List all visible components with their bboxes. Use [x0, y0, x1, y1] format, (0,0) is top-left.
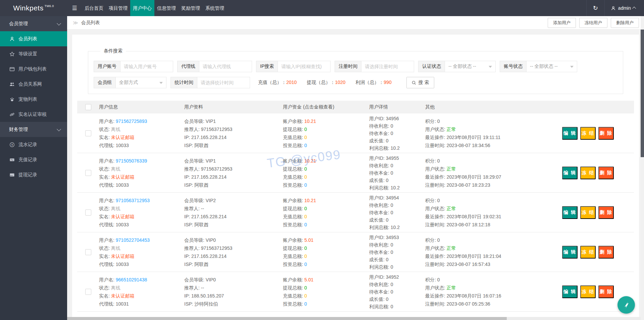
edit-button[interactable]: 编 辑: [562, 167, 578, 179]
sidebar-item-宠物列表[interactable]: 宠物列表: [0, 92, 67, 107]
nav-item-6[interactable]: 系统管理: [203, 0, 227, 16]
edit-button[interactable]: 编 辑: [562, 246, 578, 259]
realname-value: 未认证邮箱: [111, 135, 135, 140]
horizontal-scrollbar[interactable]: [67, 317, 641, 320]
sidebar-item-实名认证审核[interactable]: 实名认证审核: [0, 107, 67, 122]
cell-funds: 账户余额: 10.21提现总额: 0充值总额: 0投资总额: 0: [283, 113, 369, 153]
withdraw-value[interactable]: 0: [304, 206, 307, 211]
nav-item-3[interactable]: 用户中心: [130, 0, 154, 16]
search-input-用户账号[interactable]: [120, 61, 173, 72]
sidebar-item-提现记录[interactable]: 提现记录: [0, 167, 67, 182]
sidebar-item-会员列表[interactable]: 会员列表: [0, 31, 67, 46]
uid-value: 34952: [386, 274, 399, 280]
username-value[interactable]: 966510291438: [116, 277, 147, 282]
page-action-3-button[interactable]: 删除用户: [611, 18, 639, 28]
invest-value[interactable]: 0: [304, 182, 307, 188]
sidebar-item-流水记录[interactable]: ¥流水记录: [0, 137, 67, 152]
freeze-button[interactable]: 冻 结: [580, 285, 596, 298]
freeze-button[interactable]: 冻 结: [580, 127, 596, 140]
delete-button[interactable]: 删 除: [598, 285, 614, 298]
recharge-value[interactable]: 0: [304, 214, 307, 219]
field-label: IP:: [184, 135, 191, 140]
username-value[interactable]: 971562725893: [116, 119, 147, 124]
search-field-统计时间: 统计时间: [170, 77, 250, 88]
search-select-会员组[interactable]: 全部方式: [115, 77, 166, 88]
invest-value[interactable]: 0: [304, 301, 307, 307]
search-input-注册时间[interactable]: [361, 61, 414, 72]
admin-menu[interactable]: admin: [604, 0, 644, 16]
vertical-scrollbar[interactable]: [641, 16, 644, 320]
delete-button[interactable]: 删 除: [598, 167, 614, 179]
row-checkbox[interactable]: [85, 210, 91, 216]
nav-item-5[interactable]: 奖励管理: [179, 0, 203, 16]
username-value[interactable]: 9710522704453: [116, 237, 150, 243]
stat-label: 充值（总）：: [258, 80, 286, 85]
invest-value[interactable]: 0: [304, 262, 307, 267]
field-label: 注册时间:: [425, 222, 447, 227]
search-input-IP搜索[interactable]: [278, 61, 331, 72]
freeze-button[interactable]: 冻 结: [580, 246, 596, 259]
recharge-value[interactable]: 0: [304, 135, 307, 140]
search-select-认证状态[interactable]: -- 全部状态 --: [445, 61, 496, 72]
withdraw-value[interactable]: 0: [304, 245, 307, 251]
row-line-profit: 利润总额: 10.2: [369, 184, 425, 191]
freeze-button[interactable]: 冻 结: [580, 206, 596, 219]
row-checkbox[interactable]: [85, 289, 91, 295]
balance-value[interactable]: 10.21: [304, 119, 316, 124]
freeze-button[interactable]: 冻 结: [580, 167, 596, 179]
field-label: 账户余额:: [283, 198, 304, 203]
edit-button[interactable]: 编 辑: [562, 127, 578, 140]
edit-button[interactable]: 编 辑: [562, 206, 578, 219]
nav-item-2[interactable]: 项目管理: [106, 0, 130, 16]
nav-item-1[interactable]: 后台首页: [82, 0, 106, 16]
select-all-checkbox[interactable]: [85, 104, 91, 110]
balance-value[interactable]: 5.01: [304, 277, 313, 282]
invest-value[interactable]: 0: [304, 143, 307, 148]
row-checkbox[interactable]: [85, 249, 91, 255]
recharge-value[interactable]: 0: [304, 254, 307, 259]
search-button[interactable]: 搜 索: [406, 77, 434, 88]
balance-value[interactable]: 5.01: [304, 237, 313, 243]
username-value[interactable]: 971505076339: [116, 158, 147, 164]
balance-value[interactable]: 10.21: [304, 158, 316, 164]
search-select-账号状态[interactable]: -- 全部状态 --: [526, 61, 577, 72]
delete-button[interactable]: 删 除: [598, 246, 614, 259]
menu-toggle-icon[interactable]: ☰: [67, 0, 82, 16]
withdraw-value[interactable]: 0: [304, 285, 307, 290]
vertical-scrollbar-thumb[interactable]: [641, 30, 644, 157]
nav-item-4[interactable]: 信息管理: [154, 0, 179, 16]
withdraw-value[interactable]: 0: [304, 166, 307, 172]
row-line-invest: 投资总额: 0: [283, 181, 369, 189]
search-input-代理线[interactable]: [199, 61, 252, 72]
sidebar-item-等级设置[interactable]: 等级设置: [0, 46, 67, 61]
field-label: 用户ID:: [369, 195, 386, 200]
withdraw-value[interactable]: 0: [304, 127, 307, 132]
sidebar-item-label: 提现记录: [18, 172, 37, 178]
username-value[interactable]: 9710563712953: [116, 198, 150, 203]
row-line-username: 用户名: 971505076339: [99, 157, 184, 165]
stat-label: 利润（总）：: [355, 80, 384, 85]
recharge-value[interactable]: 0: [304, 174, 307, 180]
row-checkbox[interactable]: [85, 130, 91, 136]
ip-value: 217.165.228.214: [191, 174, 227, 180]
invest-value[interactable]: 0: [304, 222, 307, 227]
page-action-1-button[interactable]: 添加用户: [548, 18, 576, 28]
sidebar-item-会员关系网[interactable]: 会员关系网: [0, 77, 67, 92]
delete-button[interactable]: 删 除: [598, 206, 614, 219]
recharge-value[interactable]: 0: [304, 293, 307, 299]
horizontal-scrollbar-thumb[interactable]: [67, 317, 507, 320]
last_op-value: 2023年08月07日 19:02:31: [447, 214, 501, 219]
sidebar-item-用户钱包列表[interactable]: 用户钱包列表: [0, 61, 67, 77]
page-action-2-button[interactable]: 冻结用户: [579, 18, 607, 28]
sidebar-group-header-2[interactable]: 财务管理: [0, 122, 67, 137]
delete-button[interactable]: 删 除: [598, 127, 614, 140]
field-label: 实名:: [99, 254, 111, 259]
search-input-统计时间[interactable]: [197, 77, 250, 88]
sidebar-group-header-1[interactable]: 会员管理: [0, 16, 67, 31]
sidebar-item-充值记录[interactable]: Pay充值记录: [0, 152, 67, 167]
refresh-icon[interactable]: ↻: [586, 0, 604, 16]
edit-button[interactable]: 编 辑: [562, 285, 578, 298]
balance-value[interactable]: 10.21: [304, 198, 316, 203]
row-checkbox[interactable]: [85, 170, 91, 176]
floating-action-button[interactable]: [617, 296, 635, 314]
